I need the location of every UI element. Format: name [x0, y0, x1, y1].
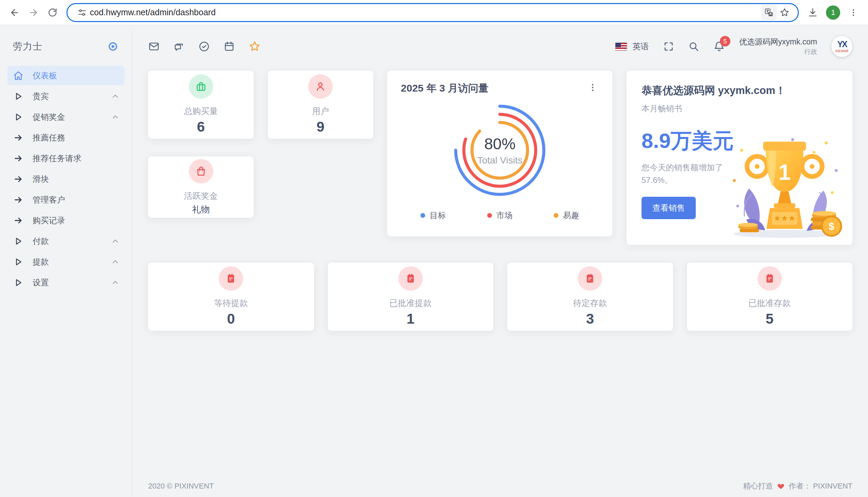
arrow-right-icon: [13, 154, 24, 163]
sidebar-item-vip[interactable]: 贵宾: [8, 86, 124, 106]
approved-deposits-card: 已批准存款 5: [687, 262, 853, 331]
arrow-right-icon: [13, 133, 24, 142]
reload-icon: [48, 8, 57, 17]
menu-pin-toggle[interactable]: [107, 41, 118, 52]
stat-value: 6: [197, 119, 205, 135]
sidebar-item-label: 设置: [32, 277, 49, 288]
pending-withdrawals-card: 等待提款 0: [148, 262, 314, 331]
play-triangle-icon: [13, 257, 24, 266]
sidebar-item-label: 购买记录: [32, 215, 65, 226]
avatar-logo-subtext: 优选源码库: [835, 49, 849, 53]
sidebar-item-referral-task-request[interactable]: 推荐任务请求: [8, 148, 124, 168]
play-triangle-icon: [13, 113, 24, 122]
site-settings-icon[interactable]: [74, 5, 90, 20]
sidebar-item-settings[interactable]: 设置: [8, 273, 124, 292]
sidebar-item-purchase-history[interactable]: 购买记录: [8, 211, 124, 230]
trophy-illustration: $ 1: [724, 128, 845, 240]
chat-icon[interactable]: [173, 41, 185, 52]
sidebar-item-label: 滑块: [32, 174, 49, 185]
legend-item[interactable]: 市场: [487, 210, 513, 221]
coin-dollar-symbol: $: [829, 221, 835, 232]
user-name: 优选源码网yxymk.com: [739, 37, 817, 47]
browser-actions: 1: [804, 4, 862, 21]
arrow-right-icon: [13, 216, 24, 225]
chevron-up-icon: [112, 258, 119, 266]
legend-label: 目标: [430, 210, 446, 221]
check-circle-icon[interactable]: [198, 41, 210, 52]
legend-item[interactable]: 目标: [421, 210, 446, 221]
sidebar-item-slider[interactable]: 滑块: [8, 169, 124, 189]
trophy-rank-number: 1: [779, 160, 791, 185]
congrats-subtitle: 本月畅销书: [642, 103, 838, 114]
stat-label: 待定存款: [573, 298, 607, 309]
sidebar-item-manage-customers[interactable]: 管理客户: [8, 190, 124, 209]
mail-icon[interactable]: [148, 41, 160, 52]
sidebar-item-label: 贵宾: [32, 91, 49, 102]
url-text[interactable]: cod.hwymw.net/admin/dashboard: [90, 8, 761, 17]
address-bar[interactable]: cod.hwymw.net/admin/dashboard: [67, 3, 799, 22]
stat-value: 3: [586, 311, 594, 327]
notifications-button[interactable]: 5: [713, 41, 725, 52]
language-selector[interactable]: 英语: [615, 41, 649, 52]
calendar-note-icon: [578, 266, 602, 291]
browser-back-button[interactable]: [6, 4, 23, 21]
home-icon: [13, 71, 24, 81]
legend-label: 市场: [496, 210, 513, 221]
top-navbar: 英语 5 优选源码网yxymk.com 行政 YX 优: [148, 36, 852, 57]
sidebar-menu: 仪表板 贵宾 促销奖金: [0, 66, 132, 292]
radial-bar-chart: 80% Total Visits: [445, 96, 554, 204]
browser-forward-button[interactable]: [25, 4, 42, 21]
fullscreen-icon[interactable]: [663, 41, 674, 52]
legend-dot: [421, 213, 425, 218]
sidebar-item-dashboard[interactable]: 仪表板: [8, 66, 124, 85]
forward-arrow-icon: [29, 8, 39, 18]
play-triangle-icon: [13, 278, 24, 287]
chart-menu-button[interactable]: [587, 82, 599, 94]
search-icon[interactable]: [688, 41, 699, 52]
stat-value: 0: [227, 311, 235, 327]
calendar-note-icon: [757, 266, 782, 291]
arrow-right-icon: [13, 174, 24, 184]
brand-title: 劳力士: [13, 40, 42, 53]
stat-value: 1: [407, 311, 414, 327]
chevron-up-icon: [112, 113, 119, 121]
footer: 2020 © PIXINVENT 精心打造 作者： PIXINVENT: [148, 481, 852, 497]
notification-badge: 5: [720, 36, 730, 46]
translate-icon[interactable]: [761, 5, 777, 20]
avatar[interactable]: YX 优选源码库: [832, 36, 852, 57]
briefcase-icon: [189, 74, 213, 99]
visits-chart-card: 2025 年 3 月访问量 80% T: [387, 71, 612, 237]
legend-dot: [554, 213, 558, 218]
browser-toolbar: cod.hwymw.net/admin/dashboard 1: [0, 0, 868, 25]
sidebar-item-label: 提款: [32, 256, 49, 267]
browser-menu-button[interactable]: [845, 4, 862, 21]
view-sales-button[interactable]: 查看销售: [642, 197, 696, 219]
sidebar-item-label: 仪表板: [32, 70, 57, 81]
user-icon: [308, 74, 333, 99]
browser-reload-button[interactable]: [44, 4, 61, 21]
chart-title: 2025 年 3 月访问量: [401, 82, 488, 95]
avatar-logo: YX: [837, 40, 846, 48]
stat-value: 5: [766, 311, 774, 327]
bookmark-star-icon[interactable]: [777, 5, 792, 20]
chevron-up-icon: [112, 279, 119, 286]
sidebar-item-referral-task[interactable]: 推薦任務: [8, 128, 124, 147]
pending-deposits-card: 待定存款 3: [507, 262, 673, 331]
favorite-star-icon[interactable]: [249, 40, 261, 53]
language-label: 英语: [633, 41, 649, 52]
sidebar-item-payments[interactable]: 付款: [8, 231, 124, 251]
stat-label: 等待提款: [214, 298, 248, 309]
legend-item[interactable]: 易趣: [554, 210, 579, 221]
congrats-title: 恭喜优选源码网 yxymk.com！: [642, 83, 838, 98]
users-card: 用户 9: [268, 71, 373, 139]
user-menu[interactable]: 优选源码网yxymk.com 行政: [739, 37, 817, 56]
footer-made-with: 精心打造: [743, 481, 773, 491]
total-purchases-card: 总购买量 6: [148, 71, 254, 139]
legend-dot: [487, 213, 492, 218]
sidebar-item-promo-bonus[interactable]: 促销奖金: [8, 107, 124, 127]
calendar-icon[interactable]: [223, 41, 235, 52]
congratulations-card: 恭喜优选源码网 yxymk.com！ 本月畅销书 8.9万美元 您今天的销售额增…: [627, 71, 852, 245]
sidebar-item-withdrawals[interactable]: 提款: [8, 252, 124, 271]
downloads-button[interactable]: [804, 4, 821, 21]
browser-profile-avatar[interactable]: 1: [826, 5, 840, 20]
